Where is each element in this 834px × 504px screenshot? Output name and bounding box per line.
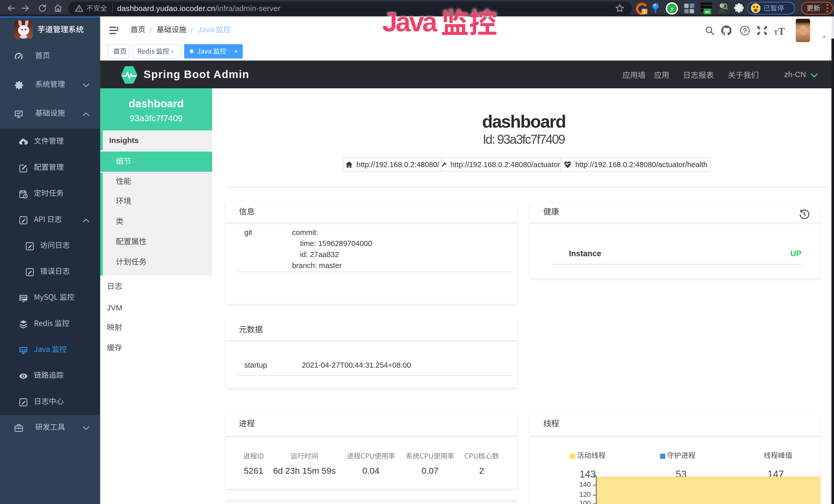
svg-text:on: on [705, 9, 710, 14]
svg-text:1: 1 [643, 9, 646, 14]
svg-text:y: y [671, 5, 674, 12]
